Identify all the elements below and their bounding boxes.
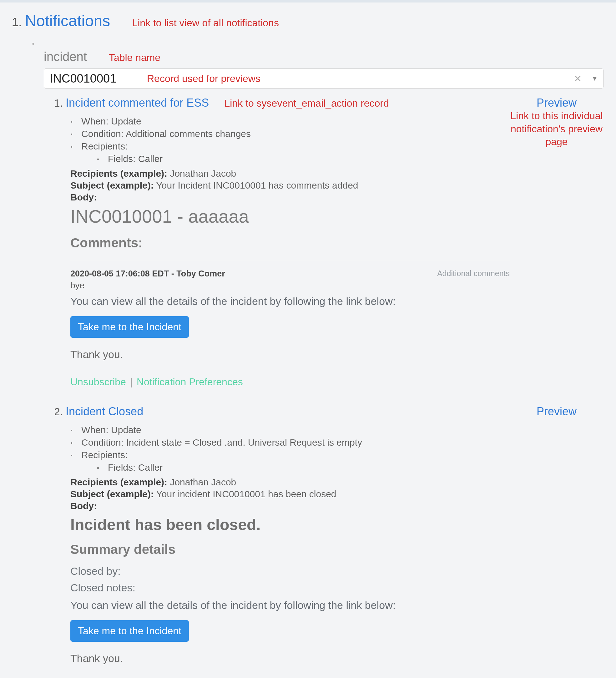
preview-link[interactable]: Preview [510,405,604,418]
closed-notes-label: Closed notes: [70,582,510,594]
body-heading: Incident has been closed. [70,516,510,534]
comment-meta: 2020-08-05 17:06:08 EDT - Toby Comer [70,269,225,279]
subject-example: Subject (example): Your Incident INC0010… [70,180,510,191]
closed-by-label: Closed by: [70,565,510,577]
body-heading: INC0010001 - aaaaaa [70,206,510,227]
recipient-field: Fields: Caller [108,462,510,473]
take-me-to-incident-button[interactable]: Take me to the Incident [70,316,189,338]
record-dropdown-button[interactable]: ▼ [586,69,604,88]
body-thankyou: Thank you. [70,652,510,665]
notification-title-link[interactable]: Incident Closed [66,405,143,418]
email-body-preview: Incident has been closed. Summary detail… [70,516,510,665]
table-block: incident Table name Record used for prev… [44,36,604,665]
when-row: When: Update [81,424,510,436]
annotation-table-name: Table name [109,52,160,64]
condition-row: Condition: Incident state = Closed .and.… [81,436,510,449]
notification-item: Incident Closed When: Update Condition: … [66,405,604,665]
comment-type-tag: Additional comments [437,269,510,278]
body-label: Body: [70,501,510,511]
comment-body: bye [70,280,510,291]
chevron-down-icon: ▼ [591,75,598,82]
recipients-example: Recipients (example): Jonathan Jacob [70,168,510,179]
recipients-example: Recipients (example): Jonathan Jacob [70,477,510,488]
body-paragraph: You can view all the details of the inci… [70,294,510,309]
recipients-row: Recipients: Fields: Caller [81,140,510,167]
subject-example: Subject (example): Your incident INC0010… [70,489,510,499]
email-body-preview: INC0010001 - aaaaaa Comments: 2020-08-05… [70,206,510,388]
recipient-field: Fields: Caller [108,154,510,164]
unsubscribe-link[interactable]: Unsubscribe [70,376,126,387]
notifications-list-link[interactable]: Notifications [25,12,110,30]
divider [70,260,510,260]
notifications-section: Notifications Link to list view of all n… [25,12,604,665]
when-row: When: Update [81,115,510,127]
body-subheading: Comments: [70,235,510,251]
link-separator: | [130,376,132,387]
notification-preferences-link[interactable]: Notification Preferences [137,376,243,387]
clear-record-button[interactable]: ✕ [569,69,586,88]
window-top-border [0,0,616,2]
notification-title-link[interactable]: Incident commented for ESS [66,96,209,109]
notification-item: Incident commented for ESS Link to sysev… [66,96,604,388]
recipients-row: Recipients: Fields: Caller [81,449,510,476]
take-me-to-incident-button[interactable]: Take me to the Incident [70,620,189,642]
table-name: incident [44,50,87,64]
annotation-list-link: Link to list view of all notifications [132,17,279,29]
close-icon: ✕ [574,74,582,84]
body-paragraph: You can view all the details of the inci… [70,598,510,613]
body-thankyou: Thank you. [70,348,510,361]
preview-link[interactable]: Preview [510,96,604,109]
annotation-preview-link: Link to this individual notification's p… [510,109,604,149]
condition-row: Condition: Additional comments changes [81,127,510,140]
body-label: Body: [70,192,510,203]
annotation-sysevent-link: Link to sysevent_email_action record [224,98,389,109]
body-subheading: Summary details [70,542,510,557]
record-picker-input[interactable] [44,69,569,88]
